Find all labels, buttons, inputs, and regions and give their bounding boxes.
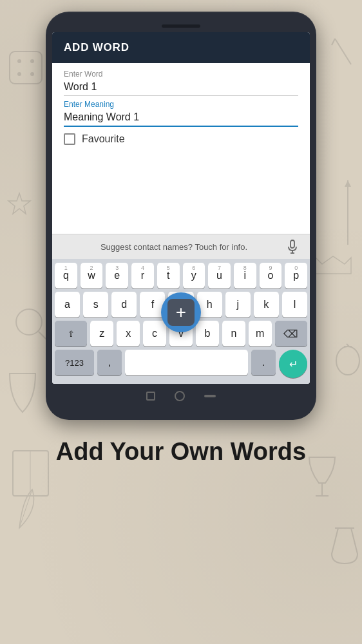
mic-icon[interactable] [285,240,300,254]
svg-point-4 [30,72,34,76]
key-q[interactable]: 1q [55,263,77,289]
key-z[interactable]: z [90,321,113,346]
key-b[interactable]: b [196,321,219,346]
form-spacer [52,156,310,234]
nav-recent-icon[interactable] [204,395,216,397]
phone-speaker [162,24,200,28]
svg-line-6 [332,39,335,45]
enter-key[interactable]: ↵ [279,350,307,378]
svg-marker-12 [8,193,30,214]
meaning-label: Enter Meaning [64,100,298,109]
key-e[interactable]: 3e [106,263,128,289]
svg-line-5 [335,39,351,64]
key-c[interactable]: c [143,321,166,346]
svg-rect-0 [10,52,42,84]
key-row-4: ?123 , . ↵ [55,350,307,378]
shift-key[interactable]: ⇧ [55,321,87,346]
key-j[interactable]: j [225,292,251,317]
word-label: Enter Word [64,70,298,79]
word-field-group: Enter Word [64,70,298,96]
keyboard-suggestion-bar: Suggest contact names? Touch for info. [52,234,310,259]
bottom-text: Add Your Own Words [43,438,319,466]
key-o[interactable]: 9o [260,263,282,289]
key-a[interactable]: a [55,292,80,317]
favourite-checkbox[interactable] [64,133,75,145]
backspace-key[interactable]: ⌫ [275,321,307,346]
key-y[interactable]: 6y [183,263,205,289]
key-t[interactable]: 5t [157,263,180,289]
fab-plus-icon: + [176,303,186,321]
word-input[interactable] [64,80,298,96]
key-s[interactable]: s [83,292,108,317]
svg-point-2 [30,59,34,63]
key-u[interactable]: 7u [208,263,231,289]
meaning-input[interactable] [64,110,298,127]
form-area: Enter Word Enter Meaning Favourite [52,63,310,156]
fab-inner: + [167,299,195,326]
svg-rect-20 [291,240,294,248]
key-n[interactable]: n [222,321,245,346]
nav-back-icon[interactable] [146,392,155,401]
meaning-field-group: Enter Meaning [64,100,298,127]
numbers-key[interactable]: ?123 [55,350,94,375]
key-r[interactable]: 4r [131,263,154,289]
svg-line-19 [19,489,32,528]
key-d[interactable]: d [111,292,137,317]
svg-point-14 [16,309,42,335]
key-k[interactable]: k [254,292,279,317]
phone-device: ADD WORD Enter Word Enter Meaning Favour… [46,12,316,420]
add-fab-button[interactable]: + [161,292,201,332]
key-x[interactable]: x [117,321,140,346]
svg-line-18 [347,344,349,346]
svg-point-1 [17,59,21,63]
phone-screen: ADD WORD Enter Word Enter Meaning Favour… [52,32,310,384]
key-w[interactable]: 2w [81,263,103,289]
key-i[interactable]: 8i [234,263,256,289]
favourite-row: Favourite [64,133,298,145]
period-key[interactable]: . [251,350,276,375]
keyboard-wrapper: + Suggest contact names? Touch for info. [52,234,310,384]
space-key[interactable] [125,350,248,375]
app-title: ADD WORD [64,41,129,53]
suggestion-text: Suggest contact names? Touch for info. [62,242,285,252]
comma-key[interactable]: , [97,350,122,375]
svg-point-3 [17,72,21,76]
key-row-1: 1q 2w 3e 4r 5t 6y 7u 8i 9o 0p [55,263,307,289]
favourite-label: Favourite [82,133,125,145]
svg-point-16 [336,346,359,375]
key-l[interactable]: l [282,292,307,317]
phone-nav-bar [52,384,310,408]
app-header: ADD WORD [52,32,310,63]
nav-home-icon[interactable] [175,391,185,401]
key-p[interactable]: 0p [285,263,307,289]
phone-top-bar [52,19,310,32]
key-m[interactable]: m [249,321,272,346]
